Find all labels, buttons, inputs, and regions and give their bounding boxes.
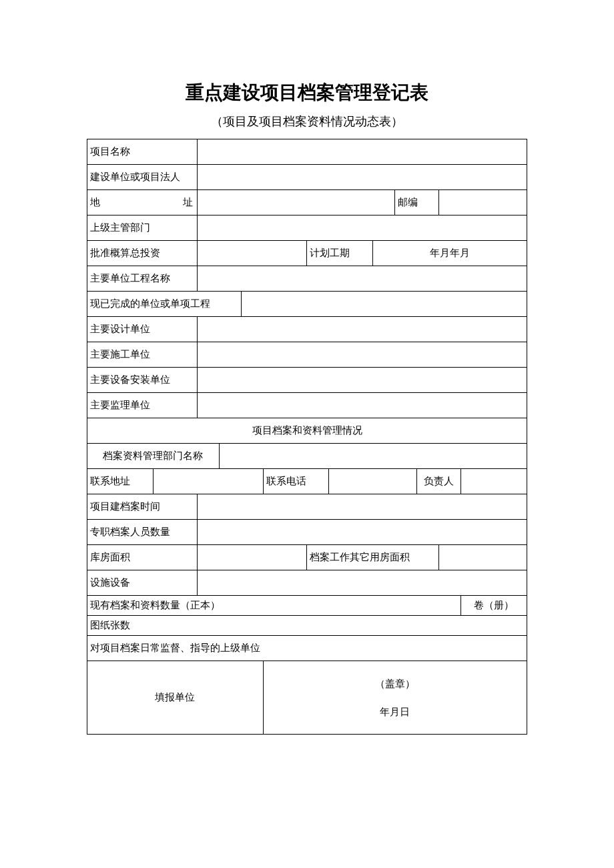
field-postcode[interactable] bbox=[439, 190, 527, 215]
label-storage-area: 库房面积 bbox=[87, 545, 198, 570]
label-address-di: 地 bbox=[90, 196, 100, 209]
field-main-design-unit[interactable] bbox=[197, 317, 527, 342]
label-other-room-area: 档案工作其它用房面积 bbox=[307, 545, 439, 570]
page-subtitle: （项目及项目档案资料情况动态表） bbox=[87, 113, 527, 129]
field-main-equipment-unit[interactable] bbox=[197, 368, 527, 393]
label-main-unit-project: 主要单位工程名称 bbox=[87, 266, 198, 292]
field-supervisor-dept[interactable] bbox=[197, 215, 527, 241]
field-contact-phone[interactable] bbox=[329, 469, 417, 494]
label-project-archive-time: 项目建档案时间 bbox=[87, 494, 198, 520]
label-facilities: 设施设备 bbox=[87, 570, 198, 596]
field-archive-dept-name[interactable] bbox=[219, 444, 527, 469]
page-title: 重点建设项目档案管理登记表 bbox=[87, 80, 527, 105]
label-postcode: 邮编 bbox=[395, 190, 439, 215]
archive-section-header: 项目档案和资料管理情况 bbox=[87, 418, 527, 444]
label-address-zhi: 址 bbox=[183, 196, 193, 209]
label-reporting-unit: 填报单位 bbox=[87, 661, 264, 735]
field-contact-address[interactable] bbox=[153, 469, 263, 494]
field-main-unit-project[interactable] bbox=[197, 266, 527, 292]
label-contact-phone: 联系电话 bbox=[263, 469, 329, 494]
label-drawing-count: 图纸张数 bbox=[87, 616, 527, 636]
label-archive-staff-count: 专职档案人员数量 bbox=[87, 520, 198, 545]
field-reporting-unit-stamp[interactable]: （盖章） 年月日 bbox=[263, 661, 527, 735]
label-completed-projects: 现已完成的单位或单项工程 bbox=[87, 292, 242, 317]
label-main-design-unit: 主要设计单位 bbox=[87, 317, 198, 342]
label-planned-duration: 计划工期 bbox=[307, 241, 373, 266]
field-completed-projects[interactable] bbox=[241, 292, 527, 317]
field-planned-duration[interactable]: 年月年月 bbox=[373, 241, 527, 266]
label-contact-address: 联系地址 bbox=[87, 469, 154, 494]
label-project-name: 项目名称 bbox=[87, 139, 198, 165]
field-approved-investment[interactable] bbox=[197, 241, 307, 266]
label-main-construction-unit: 主要施工单位 bbox=[87, 342, 198, 368]
label-construction-unit: 建设单位或项目法人 bbox=[87, 165, 198, 190]
label-volume-unit: 卷（册） bbox=[460, 596, 527, 616]
label-approved-investment: 批准概算总投资 bbox=[87, 241, 198, 266]
label-archive-dept-name: 档案资料管理部门名称 bbox=[87, 444, 220, 469]
label-main-supervision-unit: 主要监理单位 bbox=[87, 393, 198, 418]
label-daily-supervision-unit: 对项目档案日常监督、指导的上级单位 bbox=[87, 636, 527, 661]
label-current-archive-count: 现有档案和资料数量（正本） bbox=[87, 596, 461, 616]
field-project-name[interactable] bbox=[197, 139, 527, 165]
label-supervisor-dept: 上级主管部门 bbox=[87, 215, 198, 241]
registration-form-table: 项目名称 建设单位或项目法人 地 址 邮编 上级主管部门 批准概算总投资 计划工… bbox=[87, 139, 527, 735]
field-main-supervision-unit[interactable] bbox=[197, 393, 527, 418]
field-facilities[interactable] bbox=[197, 570, 527, 596]
label-main-equipment-unit: 主要设备安装单位 bbox=[87, 368, 198, 393]
field-construction-unit[interactable] bbox=[197, 165, 527, 190]
field-storage-area[interactable] bbox=[197, 545, 307, 570]
field-archive-staff-count[interactable] bbox=[197, 520, 527, 545]
field-address[interactable] bbox=[197, 190, 394, 215]
label-person-in-charge: 负责人 bbox=[417, 469, 461, 494]
date-text: 年月日 bbox=[266, 698, 525, 726]
label-address: 地 址 bbox=[87, 190, 198, 215]
field-main-construction-unit[interactable] bbox=[197, 342, 527, 368]
field-project-archive-time[interactable] bbox=[197, 494, 527, 520]
field-person-in-charge[interactable] bbox=[460, 469, 527, 494]
field-other-room-area[interactable] bbox=[439, 545, 527, 570]
stamp-text: （盖章） bbox=[266, 670, 525, 698]
